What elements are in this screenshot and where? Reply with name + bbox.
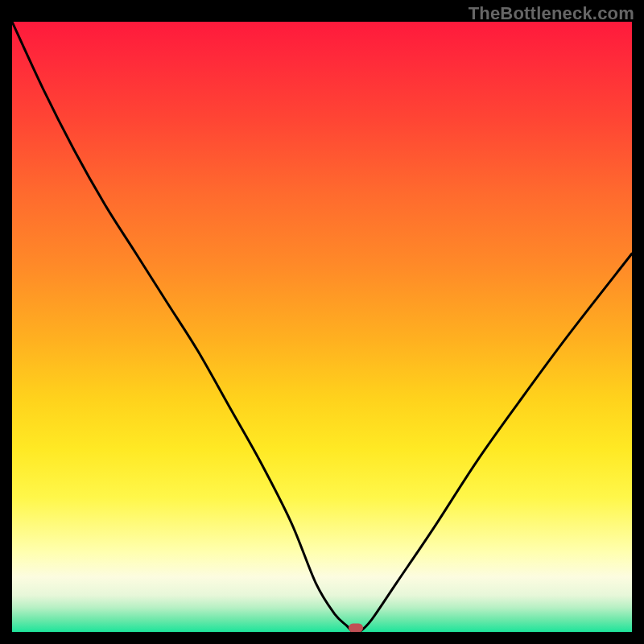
- bottleneck-curve: [12, 22, 632, 632]
- chart-frame: TheBottleneck.com: [0, 0, 644, 644]
- watermark-text: TheBottleneck.com: [469, 3, 634, 24]
- plot-area: [12, 22, 632, 632]
- curve-path: [12, 22, 632, 632]
- minimum-marker: [349, 624, 363, 633]
